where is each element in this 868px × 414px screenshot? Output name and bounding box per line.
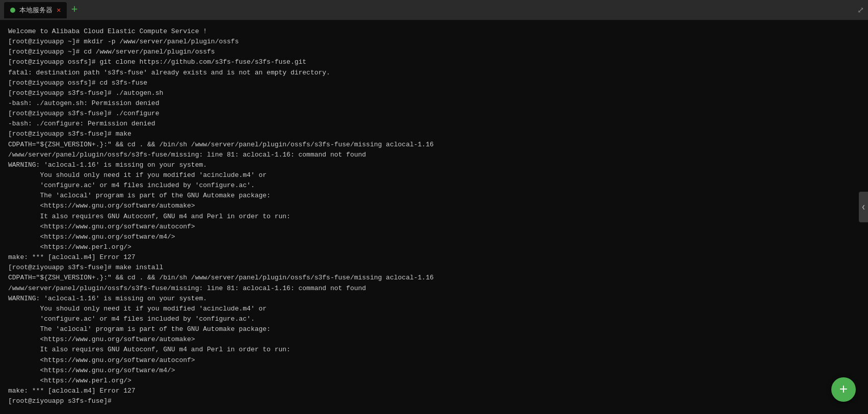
- terminal-line: WARNING: 'aclocal-1.16' is missing on yo…: [8, 294, 860, 304]
- terminal-line: The 'aclocal' program is part of the GNU…: [8, 324, 860, 334]
- terminal-line: <https://www.gnu.org/software/autoconf>: [8, 355, 860, 366]
- terminal-line: 'configure.ac' or m4 files included by '…: [8, 314, 860, 324]
- add-tab-button[interactable]: +: [71, 5, 77, 16]
- terminal-line: -bash: ./autogen.sh: Permission denied: [8, 98, 860, 109]
- terminal-line: [root@ziyouapp ossfs]# cd s3fs-fuse: [8, 78, 860, 88]
- expand-button[interactable]: ⤢: [857, 5, 864, 15]
- terminal-line: <https://www.gnu.org/software/m4/>: [8, 366, 860, 376]
- fab-button[interactable]: +: [831, 377, 856, 402]
- terminal-line: CDPATH="${ZSH_VERSION+.}:" && cd . && /b…: [8, 140, 860, 150]
- terminal-line: Welcome to Alibaba Cloud Elastic Compute…: [8, 27, 860, 37]
- tab-local-server[interactable]: 本地服务器 ✕: [4, 2, 67, 18]
- terminal-line: make: *** [aclocal.m4] Error 127: [8, 386, 860, 396]
- terminal-line: 'configure.ac' or m4 files included by '…: [8, 180, 860, 191]
- plus-icon: +: [839, 382, 848, 398]
- terminal-line: It also requires GNU Autoconf, GNU m4 an…: [8, 345, 860, 355]
- tab-label: 本地服务器: [19, 6, 52, 15]
- terminal-line: <https://www.perl.org/>: [8, 242, 860, 252]
- terminal-line: <https://www.gnu.org/software/m4/>: [8, 232, 860, 242]
- terminal-line: <https://www.gnu.org/software/automake>: [8, 334, 860, 345]
- terminal-line: [root@ziyouapp s3fs-fuse]# ./autogen.sh: [8, 88, 860, 98]
- terminal-line: /www/server/panel/plugin/ossfs/s3fs-fuse…: [8, 150, 860, 160]
- terminal-line: CDPATH="${ZSH_VERSION+.}:" && cd . && /b…: [8, 273, 860, 283]
- terminal-line: [root@ziyouapp ~]# cd /www/server/panel/…: [8, 47, 860, 57]
- terminal-line: You should only need it if you modified …: [8, 170, 860, 180]
- terminal-line: <https://www.gnu.org/software/automake>: [8, 201, 860, 211]
- terminal-line: The 'aclocal' program is part of the GNU…: [8, 191, 860, 201]
- sidebar-toggle-button[interactable]: ❮: [859, 192, 868, 222]
- terminal-line: <https://www.gnu.org/software/autoconf>: [8, 222, 860, 232]
- terminal-line: fatal: destination path 's3fs-fuse' alre…: [8, 68, 860, 78]
- terminal-line: <https://www.perl.org/>: [8, 376, 860, 386]
- terminal-line: make: *** [aclocal.m4] Error 127: [8, 252, 860, 263]
- terminal-line: [root@ziyouapp ~]# mkdir -p /www/server/…: [8, 37, 860, 47]
- tab-close-button[interactable]: ✕: [57, 7, 61, 14]
- terminal-line: -bash: ./configure: Permission denied: [8, 119, 860, 129]
- terminal-line: [root@ziyouapp s3fs-fuse]# make install: [8, 263, 860, 273]
- terminal-output[interactable]: Welcome to Alibaba Cloud Elastic Compute…: [0, 20, 868, 414]
- terminal-line: You should only need it if you modified …: [8, 304, 860, 314]
- terminal-window: 本地服务器 ✕ + ⤢ Welcome to Alibaba Cloud Ela…: [0, 0, 868, 414]
- chevron-left-icon: ❮: [861, 203, 865, 211]
- tab-bar: 本地服务器 ✕ + ⤢: [0, 0, 868, 20]
- terminal-line: /www/server/panel/plugin/ossfs/s3fs-fuse…: [8, 283, 860, 294]
- tab-status-dot: [10, 8, 15, 13]
- terminal-line: [root@ziyouapp s3fs-fuse]# ./configure: [8, 109, 860, 119]
- terminal-line: WARNING: 'aclocal-1.16' is missing on yo…: [8, 160, 860, 170]
- terminal-line: [root@ziyouapp ossfs]# git clone https:/…: [8, 57, 860, 67]
- terminal-line: [root@ziyouapp s3fs-fuse]# make: [8, 129, 860, 139]
- terminal-line: [root@ziyouapp s3fs-fuse]#: [8, 396, 860, 406]
- terminal-line: It also requires GNU Autoconf, GNU m4 an…: [8, 212, 860, 222]
